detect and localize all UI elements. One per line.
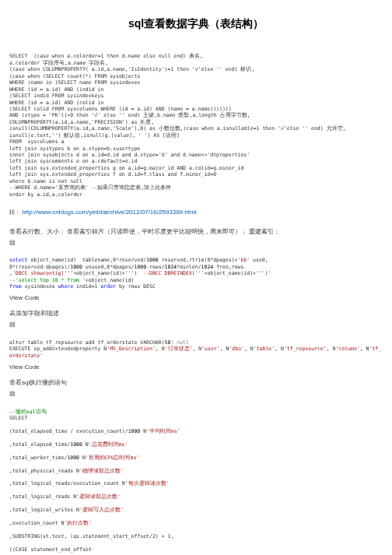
kw: order	[100, 283, 116, 290]
code: N	[140, 428, 146, 434]
str: '所用的CPU总时间ms'	[86, 455, 139, 461]
page-title: sql查看数据字典（表结构）	[9, 17, 383, 31]
code: free,rows	[213, 264, 243, 270]
code: , N	[275, 346, 284, 352]
code-line: a.colorder 字段序号,a.name 字段名,	[9, 60, 108, 66]
code: ,total_logical_reads N	[9, 494, 76, 500]
code: ,total_physical_reads N	[9, 468, 79, 474]
code: SELECT	[9, 415, 27, 421]
code: , N	[244, 346, 254, 352]
sql-block-2: select object_name(id) tablename,8*reser…	[9, 251, 383, 290]
code: ,total_logical_reads/execution_count N	[9, 480, 125, 487]
code: reserved,rtrim(8*dpages)+	[159, 257, 238, 263]
str: ''') --DBCC DBREINDEX('''	[125, 270, 205, 276]
code-line: left join systypes b on a.xtype=b.xusert…	[9, 146, 140, 152]
str: '物理读取总次数'	[79, 468, 124, 474]
num: 1000	[70, 441, 82, 448]
str: '每次逻辑读次数'	[125, 480, 170, 487]
code-line: (SELECT indid FROM sysindexkeys	[9, 93, 103, 99]
code-line: --WHERE d.name='要查询的表' --如果只查询指定表,加上此条件	[9, 184, 171, 191]
cmt: --慢的sql语句	[9, 409, 47, 415]
section-title-addfield: 表添加字段和描述	[9, 309, 383, 318]
gray: ) null	[170, 339, 188, 346]
kw: where	[58, 283, 74, 290]
str: 'column'	[335, 346, 359, 352]
code: ((CASE statement_end_offset	[9, 546, 92, 553]
str: '总花费时间ms'	[89, 441, 128, 448]
str: ''')'	[256, 270, 271, 276]
str: 'MS_Description'	[107, 346, 156, 352]
view-code-link[interactable]: View Code	[9, 294, 383, 301]
ref-link[interactable]: http://www.cnblogs.com/yinbt/archive/201…	[22, 209, 196, 216]
code: EXECUTE sp_addextendedproperty N	[9, 346, 107, 352]
num: 1000	[67, 455, 79, 461]
str: '平均时间ms'	[146, 428, 180, 434]
code: used,	[250, 257, 268, 263]
num: 1024	[165, 264, 177, 270]
code-line: where b.name is not null	[9, 178, 82, 184]
code: , N	[220, 346, 229, 352]
str: '逻辑读取总次数'	[76, 494, 121, 500]
code: sysindexes	[22, 283, 58, 290]
str: '执行次数'	[64, 520, 92, 526]
str: '逻辑写入总次数'	[79, 507, 124, 513]
code: object_name(id) tablename,8*reserved/	[27, 257, 146, 263]
num: 1000	[146, 257, 159, 263]
code: , N	[156, 346, 165, 352]
str: '订单状态'	[165, 346, 193, 352]
code-line: (case when (SELECT count(*) FROM sysobje…	[9, 73, 140, 79]
code: ,total_worker_time/	[9, 455, 67, 461]
code-line: COLUMNPROPERTY(a.id,a.name,'PRECISION') …	[9, 119, 154, 125]
code: alter table tf_repsource add tf_ordersta…	[9, 339, 165, 346]
view-code-link[interactable]: View Code	[9, 364, 383, 371]
sql-block-1: SELECT (case when a.colorder=1 then d.na…	[9, 47, 383, 198]
code-line: isnull(e.text,'') 默认值,isnull(g.[value], …	[9, 132, 180, 139]
code: , N	[327, 346, 336, 352]
code: by rows DESC	[116, 283, 156, 290]
code: +object_name(id)+	[204, 270, 256, 276]
code: , N	[192, 346, 201, 352]
str: 'DBCC showcontig('''	[12, 270, 73, 276]
code-line: order by a.id,a.colorder	[9, 191, 82, 198]
str: 'table'	[254, 346, 275, 352]
code-line: left join syscomments e on a.cdefault=e.…	[9, 158, 137, 164]
sql-block-4: --慢的sql语句 SELECT (total_elapsed_time / e…	[9, 402, 383, 555]
code-line: WHERE (id = a.id) AND (indid in	[9, 86, 103, 93]
kw: from	[9, 283, 22, 290]
code-line: inner join sysobjects d on a.id=d.id and…	[9, 152, 250, 158]
code-line: left join sys.extended_properties f on d…	[9, 171, 216, 177]
num: 1000	[134, 264, 146, 270]
code: indid=1	[73, 283, 100, 290]
code: (total_elapsed_time / execution_count)/	[9, 428, 128, 434]
collapse-icon[interactable]: ▤	[9, 390, 383, 397]
code: , N	[360, 346, 369, 352]
num: 1000	[128, 428, 141, 434]
code-line: SELECT (case when a.colorder=1 then d.na…	[9, 53, 203, 59]
ref-prefix: 转：	[9, 209, 20, 216]
code: ,total_elapsed_time/	[9, 441, 70, 448]
code-line: WHERE (id = a.id) AND (colid in	[9, 100, 103, 106]
code-line: FROM syscolumns a	[9, 139, 64, 145]
str: 'kb'	[238, 257, 250, 263]
code: N	[82, 441, 89, 448]
num: 1024	[201, 264, 214, 270]
cmt: --'select top 10 * from '	[9, 277, 86, 283]
collapse-icon[interactable]: ▤	[9, 321, 383, 328]
code-line: (SELECT colid FROM syscolumns WHERE (id …	[9, 106, 232, 112]
str: 'dbo'	[229, 346, 244, 352]
code: ,execution_count N	[9, 520, 64, 526]
section-title-slowsql: 查看sql执行慢的语句	[9, 378, 383, 387]
code: +object_name(id)+	[73, 270, 125, 276]
code-line: AND (xtype = 'PK'))>0 then '√' else '' e…	[9, 112, 250, 118]
code: N	[79, 455, 86, 461]
code: unused,8*dpages/	[82, 264, 135, 270]
code-line: left join sys.extended_properties g on a…	[9, 165, 243, 171]
code-line: isnull(COLUMNPROPERTY(a.id,a.name,'Scale…	[9, 125, 346, 132]
code: -rows/	[146, 264, 164, 270]
num: 1000	[70, 264, 82, 270]
code: *minlen/	[177, 264, 201, 270]
str: 'user'	[201, 346, 219, 352]
collapse-icon[interactable]: ▤	[9, 239, 383, 246]
code: ,SUBSTRING(st.text, (qs.statement_start_…	[9, 533, 173, 539]
section-title-indexes: 查看表行数、大小； 查看索引碎片（只读即使，平时尽度更平比较明快，周末即可）； …	[9, 227, 383, 236]
